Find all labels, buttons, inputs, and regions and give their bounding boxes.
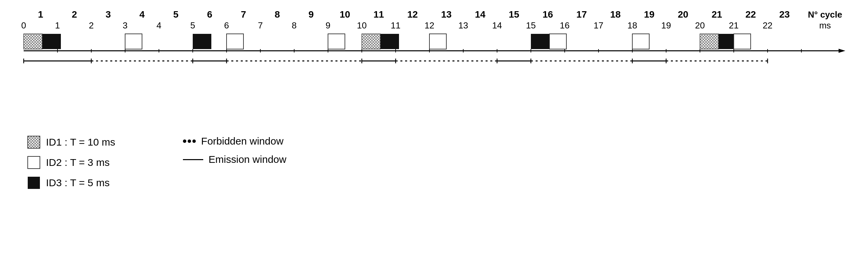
- cycle-10: 10: [339, 9, 350, 20]
- ms-14: 14: [492, 20, 502, 30]
- ms-12: 12: [425, 20, 435, 30]
- diagram-container: 1 2 3 4 5 6 7 8 9 10 11 12 13 14 15 16 1…: [14, 7, 854, 110]
- id2-bar-21: [734, 34, 751, 49]
- cycle-9: 9: [308, 9, 314, 20]
- forbidden-dots-icon: [183, 139, 196, 143]
- id2-bar-9: [328, 34, 345, 49]
- ms-18: 18: [628, 20, 637, 30]
- cycle-6: 6: [207, 9, 212, 20]
- ms-21: 21: [729, 20, 739, 30]
- ms-22: 22: [763, 20, 773, 30]
- legend-emission-label: Emission window: [209, 154, 286, 165]
- legend-left: ID1 : T = 10 ms ID2 : T = 3 ms ID3 : T =…: [27, 135, 115, 190]
- id2-bar-6: [227, 34, 243, 49]
- cycle-header: N° cycle: [808, 9, 842, 20]
- ms-5: 5: [190, 20, 195, 30]
- ms-header: ms: [819, 20, 831, 30]
- id1-legend-icon: [27, 135, 41, 149]
- ms-6: 6: [224, 20, 229, 30]
- axis-arrow: [839, 49, 845, 53]
- legend-forbidden: Forbidden window: [183, 135, 286, 147]
- cycle-5: 5: [173, 9, 179, 20]
- cycle-12: 12: [407, 9, 418, 20]
- ms-9: 9: [326, 20, 330, 30]
- cycle-20: 20: [678, 9, 688, 20]
- cycle-22: 22: [745, 9, 756, 20]
- ms-15: 15: [526, 20, 536, 30]
- legend-id3: ID3 : T = 5 ms: [27, 176, 115, 190]
- id3-bar-5: [193, 34, 211, 49]
- cycle-18: 18: [610, 9, 620, 20]
- legend-id2: ID2 : T = 3 ms: [27, 156, 115, 169]
- cycle-21: 21: [711, 9, 722, 20]
- id1-bar-0: [24, 34, 42, 49]
- id3-legend-icon: [27, 176, 41, 190]
- cycle-14: 14: [475, 9, 486, 20]
- cycle-11: 11: [373, 9, 384, 20]
- ms-4: 4: [157, 20, 161, 30]
- legend-right: Forbidden window Emission window: [183, 135, 286, 190]
- legend-emission: Emission window: [183, 154, 286, 165]
- cycle-17: 17: [576, 9, 587, 20]
- timeline-svg: 1 2 3 4 5 6 7 8 9 10 11 12 13 14 15 16 1…: [14, 7, 852, 108]
- cycle-15: 15: [509, 9, 519, 20]
- svg-rect-41: [28, 177, 40, 189]
- ms-2: 2: [89, 20, 94, 30]
- ms-13: 13: [459, 20, 468, 30]
- ms-16: 16: [560, 20, 570, 30]
- id1-bar-20: [700, 34, 719, 49]
- id2-legend-icon: [27, 156, 41, 169]
- cycle-19: 19: [644, 9, 654, 20]
- svg-rect-39: [28, 136, 40, 148]
- emission-line-icon: [183, 159, 203, 160]
- cycle-1: 1: [38, 9, 43, 20]
- ms-11: 11: [391, 20, 401, 30]
- legend-id2-label: ID2 : T = 3 ms: [46, 157, 110, 168]
- ms-3: 3: [123, 20, 127, 30]
- ms-1: 1: [55, 20, 60, 30]
- ms-10: 10: [357, 20, 367, 30]
- id3-bar-10: [380, 34, 399, 49]
- ms-19: 19: [661, 20, 671, 30]
- ms-8: 8: [292, 20, 297, 30]
- ms-0: 0: [21, 20, 26, 30]
- cycle-8: 8: [275, 9, 280, 20]
- id2-bar-15: [549, 34, 566, 49]
- ms-20: 20: [695, 20, 705, 30]
- id2-bar-3: [125, 34, 142, 49]
- cycle-13: 13: [441, 9, 451, 20]
- legend-forbidden-label: Forbidden window: [201, 135, 283, 147]
- id1-bar-10: [362, 34, 380, 49]
- cycle-16: 16: [542, 9, 553, 20]
- legend-id1: ID1 : T = 10 ms: [27, 135, 115, 149]
- id2-bar-12: [429, 34, 446, 49]
- svg-rect-40: [28, 156, 40, 169]
- id3-bar-15: [531, 34, 549, 49]
- id3-bar-0: [42, 34, 61, 49]
- legend-area: ID1 : T = 10 ms ID2 : T = 3 ms ID3 : T =…: [27, 135, 286, 190]
- cycle-3: 3: [105, 9, 111, 20]
- id2-bar-18: [632, 34, 649, 49]
- ms-7: 7: [258, 20, 263, 30]
- legend-id3-label: ID3 : T = 5 ms: [46, 177, 110, 189]
- ms-17: 17: [594, 20, 604, 30]
- cycle-23: 23: [779, 9, 790, 20]
- cycle-4: 4: [139, 9, 145, 20]
- legend-id1-label: ID1 : T = 10 ms: [46, 136, 115, 148]
- cycle-2: 2: [72, 9, 77, 20]
- cycle-7: 7: [241, 9, 246, 20]
